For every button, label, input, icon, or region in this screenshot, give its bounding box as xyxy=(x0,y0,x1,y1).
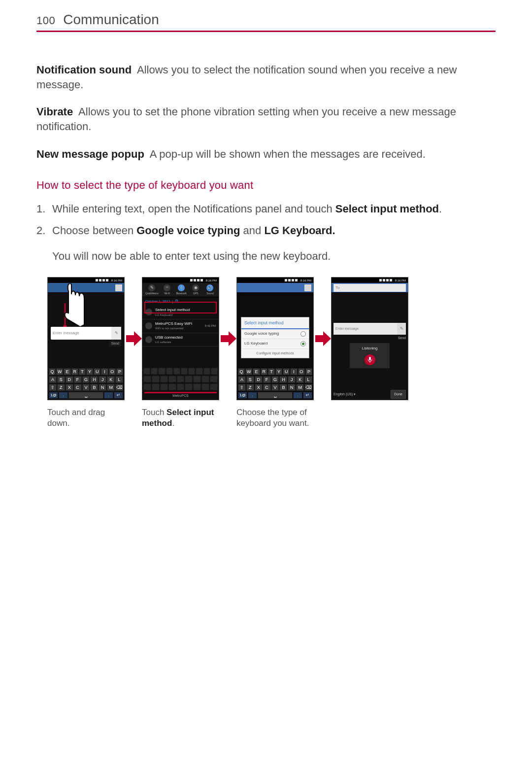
step-2: Choose between Google voice typing and L… xyxy=(52,223,496,263)
quick-settings[interactable]: ✎QuickMemo ⌔Wi-Fi ᛒBluetooth ◉GPS 🔊Sound xyxy=(142,283,219,297)
onscreen-keyboard: QWERTYUIOP ASDFGHJKL ⇧ZXCVBNM⌫ MetroPCS xyxy=(142,368,219,400)
svg-rect-5 xyxy=(369,357,371,360)
screenshot-notifications: 8:16 PM ✎QuickMemo ⌔Wi-Fi ᛒBluetooth ◉GP… xyxy=(142,277,219,400)
sound-icon[interactable]: 🔊 xyxy=(206,284,213,291)
listening-label: Listening xyxy=(353,346,387,351)
gps-icon[interactable]: ◉ xyxy=(192,284,199,291)
to-field[interactable]: To xyxy=(333,284,406,292)
notif-wifi[interactable]: MetroPCS Easy WiFiWiFi is not connected … xyxy=(142,319,219,333)
setting-vibrate: Vibrate Allows you to set the phone vibr… xyxy=(36,104,496,134)
setting-label: New message popup xyxy=(36,148,144,160)
select-input-method-dialog: Select input method Google voice typing … xyxy=(241,317,309,358)
caption-1: Touch and drag down. xyxy=(47,407,126,429)
avatar-icon xyxy=(115,284,122,291)
body-text: Notification sound Allows you to select … xyxy=(36,63,496,429)
shot-col-3: 8:16 PM Select input method Google voice… xyxy=(236,277,315,429)
shot-col-2: 8:16 PM ✎QuickMemo ⌔Wi-Fi ᛒBluetooth ◉GP… xyxy=(142,277,221,429)
mic-icon[interactable] xyxy=(365,354,375,365)
onscreen-keyboard[interactable]: QWERTYUIOP ASDFGHJKL ⇧ZXCVBNM⌫ 1@.␣.↵ xyxy=(48,368,124,400)
setting-desc: Allows you to set the phone vibration se… xyxy=(36,105,456,133)
setting-new-message-popup: New message popup A pop-up will be shown… xyxy=(36,147,496,162)
bluetooth-icon[interactable]: ᛒ xyxy=(178,284,185,291)
attach-icon[interactable]: ✎ xyxy=(397,323,406,335)
caption-3: Choose the type of keyboard you want. xyxy=(236,407,315,429)
usb-icon xyxy=(145,336,152,343)
step-1: While entering text, open the Notificati… xyxy=(52,202,496,216)
steps-list: While entering text, open the Notificati… xyxy=(36,202,496,263)
shot-col-1: 8:16 PM Enter message ✎ Send xyxy=(47,277,126,429)
setting-desc: A pop-up will be shown when the messages… xyxy=(150,148,426,160)
voice-input-footer: English (US) ▾ Done xyxy=(332,389,408,400)
setting-notification-sound: Notification sound Allows you to select … xyxy=(36,63,496,92)
shot-col-4: 8:16 PM To Enter message ✎ Send Listenin… xyxy=(331,277,408,400)
section-heading: How to select the type of keyboard you w… xyxy=(36,178,496,193)
dialog-title: Select input method xyxy=(241,317,309,329)
compose-field[interactable]: Enter message ✎ xyxy=(51,327,121,340)
avatar-icon xyxy=(304,284,311,291)
radio-icon[interactable] xyxy=(300,341,306,347)
screenshot-drag-down: 8:16 PM Enter message ✎ Send xyxy=(47,277,125,400)
done-button[interactable]: Done xyxy=(391,390,406,398)
hand-icon xyxy=(61,283,85,328)
arrow-icon xyxy=(315,277,331,400)
page-number: 100 xyxy=(36,14,55,27)
manual-page: 100 Communication Notification sound All… xyxy=(0,0,532,429)
notif-usb[interactable]: USB connectedLG software xyxy=(142,333,219,347)
svg-marker-4 xyxy=(315,331,331,346)
chapter-title: Communication xyxy=(63,12,159,28)
screenshot-voice-typing: 8:16 PM To Enter message ✎ Send Listenin… xyxy=(331,277,408,400)
caption-2: Touch Select input method. xyxy=(142,407,221,429)
arrow-icon xyxy=(126,277,142,400)
page-header: 100 Communication xyxy=(36,12,496,32)
setting-label: Notification sound xyxy=(36,64,132,76)
onscreen-keyboard: QWERTYUIOP ASDFGHJKL ⇧ZXCVBNM⌫ 1@.␣.↵ xyxy=(237,368,313,400)
screenshot-row: 8:16 PM Enter message ✎ Send xyxy=(47,277,496,429)
svg-marker-3 xyxy=(221,331,236,346)
quickmemo-icon[interactable]: ✎ xyxy=(148,284,155,291)
radio-icon[interactable] xyxy=(300,331,306,337)
setting-label: Vibrate xyxy=(36,105,73,118)
option-google-voice-typing[interactable]: Google voice typing xyxy=(241,329,309,339)
option-lg-keyboard[interactable]: LG Keyboard xyxy=(241,339,309,349)
screenshot-select-input-dialog: 8:16 PM Select input method Google voice… xyxy=(236,277,314,400)
voice-listening-card: Listening xyxy=(349,343,390,369)
wifi-icon[interactable]: ⌔ xyxy=(164,284,170,291)
svg-marker-2 xyxy=(126,331,142,346)
language-label[interactable]: English (US) ▾ xyxy=(333,392,356,396)
send-button[interactable]: Send xyxy=(398,336,406,340)
send-button[interactable]: Send xyxy=(109,341,121,346)
compose-field[interactable]: Enter message ✎ xyxy=(333,323,406,335)
configure-input-methods[interactable]: Configure input methods xyxy=(241,349,309,357)
wifi-icon xyxy=(145,322,152,329)
attach-icon[interactable]: ✎ xyxy=(111,327,121,340)
arrow-icon xyxy=(221,277,236,400)
